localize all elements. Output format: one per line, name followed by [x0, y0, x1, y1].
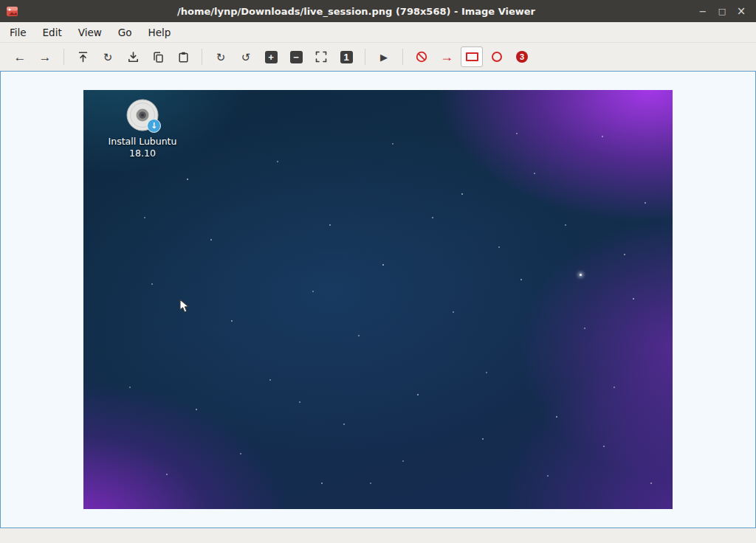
menu-help[interactable]: Help — [140, 22, 179, 42]
wallpaper-bright-star — [580, 274, 582, 276]
upload-icon — [77, 51, 89, 63]
rotate-counterclockwise-icon: ↺ — [241, 52, 251, 63]
next-button[interactable]: → — [34, 46, 56, 67]
toolbar: ← → ↻ — [0, 43, 756, 71]
arrow-right-icon: → — [39, 51, 52, 63]
zoom-out-button[interactable]: − — [285, 46, 307, 67]
disc-icon: ↓ — [126, 99, 159, 131]
menu-view[interactable]: View — [70, 22, 110, 42]
open-file-button[interactable] — [72, 46, 94, 67]
slideshow-button[interactable]: ▶ — [373, 46, 395, 67]
toolbar-separator — [402, 49, 403, 65]
desktop-icon-label-line2: 18.10 — [129, 148, 156, 159]
save-button[interactable] — [122, 46, 144, 67]
save-icon — [127, 51, 140, 63]
download-badge-icon: ↓ — [147, 119, 161, 133]
paste-button[interactable] — [172, 46, 194, 67]
original-size-icon: 1 — [340, 51, 353, 63]
fit-window-icon — [315, 50, 328, 63]
no-draw-icon — [415, 50, 428, 63]
toolbar-separator — [202, 49, 202, 65]
titlebar: /home/lynp/Downloads/live_session.png (7… — [0, 0, 756, 22]
window-title: /home/lynp/Downloads/live_session.png (7… — [18, 6, 694, 17]
draw-arrow-button[interactable]: → — [436, 46, 458, 67]
arrow-left-icon: ← — [14, 51, 27, 63]
red-arrow-icon: → — [440, 50, 453, 63]
desktop-icon-label-line1: Install Lubuntu — [109, 136, 177, 148]
menubar: File Edit View Go Help — [0, 22, 756, 43]
draw-number-button[interactable]: 3 — [511, 46, 533, 67]
copy-button[interactable] — [147, 46, 169, 67]
window-controls: − □ × — [694, 3, 750, 19]
image-viewport[interactable]: ↓ Install Lubuntu 18.10 — [0, 71, 756, 528]
draw-circle-button[interactable] — [486, 46, 508, 67]
close-button[interactable]: × — [732, 3, 750, 19]
app-icon — [6, 5, 18, 18]
zoom-in-button[interactable]: + — [260, 46, 282, 67]
menu-edit[interactable]: Edit — [35, 22, 70, 42]
refresh-icon: ↻ — [103, 52, 113, 63]
mouse-cursor-icon — [179, 299, 190, 314]
rectangle-icon — [466, 52, 478, 61]
zoom-out-icon: − — [290, 51, 303, 63]
install-lubuntu-desktop-icon: ↓ Install Lubuntu 18.10 — [97, 99, 188, 159]
maximize-button[interactable]: □ — [713, 3, 731, 19]
menu-file[interactable]: File — [1, 22, 35, 42]
rotate-counterclockwise-button[interactable]: ↺ — [235, 46, 257, 67]
draw-rectangle-button[interactable] — [461, 46, 483, 67]
play-icon: ▶ — [380, 52, 388, 62]
zoom-in-icon: + — [265, 51, 278, 63]
circle-icon — [492, 52, 502, 62]
paste-icon — [177, 51, 190, 63]
previous-button[interactable]: ← — [9, 46, 31, 67]
toolbar-separator — [63, 49, 64, 65]
status-bar — [0, 528, 756, 543]
reload-button[interactable]: ↻ — [97, 46, 119, 67]
fit-window-button[interactable] — [310, 46, 332, 67]
rotate-clockwise-icon: ↻ — [216, 52, 226, 63]
rotate-clockwise-button[interactable]: ↻ — [210, 46, 232, 67]
draw-none-button[interactable] — [410, 46, 433, 67]
minimize-button[interactable]: − — [694, 3, 712, 19]
copy-icon — [152, 51, 165, 63]
image-canvas[interactable]: ↓ Install Lubuntu 18.10 — [83, 90, 673, 509]
number-badge-icon: 3 — [516, 51, 528, 63]
toolbar-separator — [365, 49, 365, 65]
original-size-button[interactable]: 1 — [335, 46, 357, 67]
menu-go[interactable]: Go — [110, 22, 140, 42]
